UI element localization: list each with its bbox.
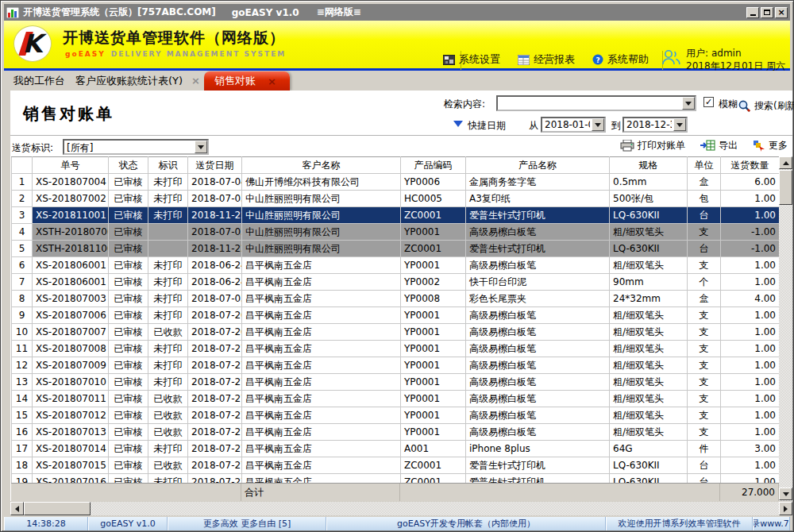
cell-no: 7 [12, 274, 33, 291]
app-title: 开博送货单管理软件（网络版） [63, 28, 285, 48]
table-row[interactable]: 8XS-201807003已审核未打印2018-07-03昌平枫南五金店YP00… [12, 291, 780, 307]
column-header-qty[interactable]: 送货数量 [721, 157, 780, 174]
cell-code: ZC0001 [401, 207, 466, 224]
brand-logo: K [13, 25, 52, 62]
cell-order: XS-201807010 [33, 374, 109, 391]
print-statement-button[interactable]: 打印对账单 [620, 139, 685, 152]
cell-qty: 1.00 [721, 307, 780, 324]
column-header-spec[interactable]: 规格 [610, 157, 688, 174]
table-row[interactable]: 16XS-201807013已审核已收款2018-07-27昌平枫南五金店YP0… [12, 424, 780, 441]
window-title: 开博送货管理系统（云版）[757ABC.COM] [23, 6, 216, 19]
search-dropdown-button[interactable] [682, 97, 695, 110]
search-combobox[interactable] [496, 95, 696, 111]
table-row[interactable]: 18XS-201807015已审核已收款2018-07-27昌平枫南五金店ZC0… [12, 457, 780, 474]
cell-cust: 中山胜丽照明有限公司 [242, 224, 401, 241]
scroll-right-button[interactable] [779, 502, 792, 515]
table-row[interactable]: 17XS-201807014已审核未打印2018-07-27昌平枫南五金店A00… [12, 441, 780, 457]
arrow-up-icon [783, 161, 789, 165]
column-header-order[interactable]: 单号 [33, 157, 109, 174]
user-info: 用户: admin 2018年12月01日 周六 [661, 47, 785, 72]
printer-icon [620, 140, 634, 152]
column-header-cust[interactable]: 客户名称 [242, 157, 401, 174]
cell-status: 已审核 [109, 307, 148, 324]
delivery-flag-combobox[interactable]: [所有] [63, 139, 209, 155]
close-button[interactable]: × [775, 7, 788, 18]
cell-code: YP0001 [401, 324, 466, 341]
tab-receivables-close-icon[interactable]: × [191, 75, 200, 87]
table-row[interactable]: 9XS-201807006已审核未打印2018-07-26昌平枫南五金店YP00… [12, 307, 780, 324]
tab-sales-reconciliation[interactable]: 销售对账 × [204, 71, 290, 91]
table-row[interactable]: 14XS-201807011已审核已收款2018-07-27昌平枫南五金店YP0… [12, 391, 780, 407]
table-row[interactable]: 6XS-201806001已审核未打印2018-06-24昌平枫南五金店YP00… [12, 257, 780, 274]
search-refresh-button[interactable]: 搜索(刷新) [738, 99, 794, 113]
column-header-unit[interactable]: 单位 [688, 157, 721, 174]
quick-date-label[interactable]: 快捷日期 [468, 119, 506, 133]
cell-code: YP0001 [401, 407, 466, 424]
date-from-combobox[interactable]: 2018-01-01 [541, 117, 606, 133]
column-header-name[interactable]: 产品名称 [466, 157, 610, 174]
date-to-dropdown-button[interactable] [673, 118, 686, 131]
table-row[interactable]: 13XS-201807010已审核未打印2018-07-27昌平枫南五金店YP0… [12, 374, 780, 391]
tab-sales-close-icon[interactable]: × [268, 75, 276, 87]
fuzzy-checkbox[interactable]: ✓ [703, 97, 714, 107]
cell-unit: 支 [688, 257, 721, 274]
column-header-flag[interactable]: 标识 [148, 157, 188, 174]
cell-cust: 昌平枫南五金店 [242, 291, 401, 307]
maximize-button[interactable] [761, 7, 773, 18]
cell-flag: 未打印 [148, 357, 188, 374]
table-row[interactable]: 10XS-201807007已审核已收款2018-07-26昌平枫南五金店YP0… [12, 324, 780, 341]
settings-icon [443, 55, 455, 65]
tab-receivables-report[interactable]: 客户应收账款统计表(Y) [75, 74, 183, 88]
table-footer-row: 合计 27.000 [11, 483, 779, 501]
chevron-down-icon [198, 145, 204, 149]
table-row[interactable]: 5XSTH-201811001已审核2018-11-22中山胜丽照明有限公司ZC… [12, 241, 780, 257]
menu-item-system-settings[interactable]: 系统设置 [443, 52, 500, 67]
date-to-combobox[interactable]: 2018-12-31 [622, 117, 688, 133]
horizontal-scrollbar[interactable] [10, 502, 792, 515]
table-row[interactable]: 1XS-201807004已审核未打印2018-07-04佛山开博维尔科技有限公… [12, 174, 780, 191]
quick-date-arrow-icon[interactable] [453, 121, 463, 127]
more-button[interactable]: 更多 [753, 139, 788, 152]
scroll-up-button[interactable] [779, 156, 792, 169]
cell-no: 14 [12, 391, 33, 407]
table-row[interactable]: 2XS-201807002已审核未打印2018-07-03中山胜丽照明有限公司H… [12, 191, 780, 207]
scroll-down-button[interactable] [779, 488, 792, 500]
cell-code: YP0001 [401, 357, 466, 374]
table-header-row: 单号状态标识送货日期客户名称产品编码产品名称规格单位送货数量 [12, 157, 780, 174]
tab-my-workbench[interactable]: 我的工作台 [13, 74, 65, 88]
export-button[interactable]: 导出 [700, 139, 738, 152]
table-row[interactable]: 3XS-201811001已审核未打印2018-11-22中山胜丽照明有限公司Z… [12, 207, 780, 224]
horizontal-scroll-thumb[interactable] [24, 502, 91, 515]
cell-code: YP0001 [401, 224, 466, 241]
cell-cust: 昌平枫南五金店 [242, 441, 401, 457]
delivery-flag-dropdown-button[interactable] [195, 141, 207, 153]
date-from-dropdown-button[interactable] [592, 118, 604, 131]
cell-no: 6 [12, 257, 33, 274]
status-time: 14:38:28 [4, 517, 88, 530]
cell-unit: 个 [688, 274, 721, 291]
vertical-scrollbar[interactable] [779, 156, 792, 501]
cell-flag: 未打印 [148, 291, 188, 307]
cell-code: ZC0001 [401, 457, 466, 474]
table-row[interactable]: 4XSTH-201807001已审核2018-07-03中山胜丽照明有限公司YP… [12, 224, 780, 241]
search-input[interactable] [498, 97, 695, 110]
minimize-button[interactable] [746, 7, 759, 18]
table-row[interactable]: 15XS-201807012已审核已收款2018-07-27昌平枫南五金店YP0… [12, 407, 780, 424]
table-row[interactable]: 12XS-201807009已审核未打印2018-07-27昌平枫南五金店YP0… [12, 357, 780, 374]
vertical-scroll-thumb[interactable] [779, 170, 792, 205]
column-header-status[interactable]: 状态 [109, 157, 148, 174]
cell-date: 2018-07-03 [188, 291, 242, 307]
column-header-code[interactable]: 产品编码 [401, 157, 466, 174]
menu-item-system-help[interactable]: ? 系统帮助 [592, 52, 649, 67]
scroll-left-button[interactable] [10, 502, 24, 515]
table-row[interactable]: 7XS-201806001已审核未打印2018-06-24昌平枫南五金店YP00… [12, 274, 780, 291]
cell-spec: 粗/细双笔头 [610, 407, 688, 424]
app-subtitle: goEASYDELIVERY MANAGEMENT SYSTEM [65, 50, 286, 58]
cell-flag: 已收款 [148, 391, 188, 407]
column-header-date[interactable]: 送货日期 [188, 157, 242, 174]
cell-no: 16 [12, 424, 33, 441]
table-row[interactable]: 11XS-201807008已审核未打印2018-07-27昌平枫南五金店YP0… [12, 341, 780, 357]
cell-qty: -1.00 [721, 241, 780, 257]
column-header-no[interactable] [12, 157, 33, 174]
menu-item-business-report[interactable]: 经营报表 [518, 52, 575, 67]
